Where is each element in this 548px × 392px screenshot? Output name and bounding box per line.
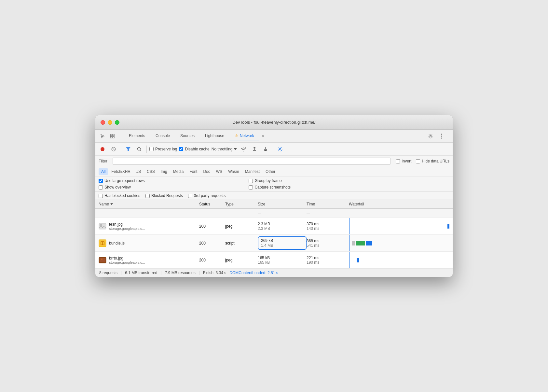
wifi-icon[interactable]	[239, 145, 248, 154]
type-script: script	[225, 241, 258, 245]
svg-rect-22	[100, 258, 105, 262]
disable-cache-checkbox[interactable]: Disable cache	[179, 147, 209, 151]
throttle-control[interactable]: No throttling	[212, 147, 237, 151]
type-other[interactable]: Other	[263, 168, 278, 175]
tab-elements[interactable]: Elements	[124, 131, 150, 141]
type-fetch-xhr[interactable]: Fetch/XHR	[109, 168, 133, 175]
minimize-button[interactable]	[108, 120, 112, 125]
type-wasm[interactable]: Wasm	[226, 168, 242, 175]
col-header-time[interactable]: Time	[307, 202, 349, 206]
col-header-status[interactable]: Status	[199, 202, 225, 206]
status-200-bundle: 200	[199, 241, 225, 245]
svg-line-13	[140, 150, 142, 151]
record-button[interactable]	[98, 145, 107, 154]
titlebar: DevTools - foul-heavenly-direction.glitc…	[95, 115, 453, 130]
type-all[interactable]: All	[99, 168, 108, 175]
tab-console[interactable]: Console	[150, 131, 175, 141]
toolbar2-divider-3	[273, 146, 273, 153]
download-icon[interactable]	[261, 145, 270, 154]
table-row[interactable]: — —	[95, 209, 453, 218]
svg-point-5	[441, 133, 442, 134]
tab-lighthouse[interactable]: Lighthouse	[200, 131, 229, 141]
tab-settings-group	[425, 132, 447, 141]
waterfall-fesh	[349, 218, 449, 234]
file-info-bundle: bundle.js	[99, 238, 199, 248]
hide-data-urls-checkbox[interactable]: Hide data URLs	[416, 159, 449, 163]
status-200-brrto: 200	[199, 258, 225, 262]
upload-icon[interactable]	[250, 145, 259, 154]
options-col-right: Group by frame Capture screenshots	[249, 178, 291, 189]
type-font[interactable]: Font	[187, 168, 200, 175]
filter-input[interactable]	[113, 158, 391, 165]
maximize-button[interactable]	[115, 120, 119, 125]
size-bundle-highlighted: 269 kB 1.4 MB	[258, 236, 307, 250]
tab-sources[interactable]: Sources	[175, 131, 200, 141]
capture-screenshots-checkbox[interactable]: Capture screenshots	[249, 185, 291, 189]
waterfall-blue-line	[349, 218, 349, 234]
resources-size: 7.9 MB resources	[165, 271, 196, 275]
tab-network[interactable]: ⚠ Network	[229, 131, 259, 141]
type-media[interactable]: Media	[171, 168, 186, 175]
svg-rect-1	[113, 134, 114, 136]
options-col-left: Use large request rows Show overview	[99, 178, 144, 189]
tab-more-button[interactable]: »	[259, 131, 267, 141]
svg-rect-2	[110, 136, 112, 138]
svg-point-7	[441, 137, 442, 138]
large-rows-checkbox[interactable]: Use large request rows	[99, 178, 144, 183]
table-header: Name Status Type Size Time Waterfall	[95, 200, 453, 209]
tab-bar: Elements Console Sources Lighthouse ⚠ Ne…	[121, 131, 450, 141]
svg-point-6	[441, 135, 442, 136]
time-fesh: 370 ms 140 ms	[307, 222, 349, 231]
devtools-window: DevTools - foul-heavenly-direction.glitc…	[95, 115, 453, 277]
filter-icon[interactable]	[124, 145, 133, 154]
size-highlight-box: 269 kB 1.4 MB	[258, 236, 307, 250]
cursor-icon[interactable]	[98, 132, 107, 141]
traffic-lights	[101, 120, 119, 125]
more-options-icon[interactable]	[437, 132, 446, 141]
svg-marker-11	[126, 147, 130, 151]
type-doc[interactable]: Doc	[200, 168, 212, 175]
settings-icon[interactable]	[426, 132, 435, 141]
invert-checkbox[interactable]: Invert	[396, 159, 411, 163]
search-icon[interactable]	[135, 145, 144, 154]
time-bundle: 868 ms 541 ms	[307, 239, 349, 248]
options-bar: Use large request rows Show overview Gro…	[95, 176, 453, 192]
has-blocked-cookies-checkbox[interactable]: Has blocked cookies	[99, 193, 140, 198]
table-row-bundle[interactable]: bundle.js 200 script 269 kB 1.4 MB 868 m…	[95, 235, 453, 252]
col-header-waterfall[interactable]: Waterfall	[349, 202, 449, 206]
third-party-checkbox[interactable]: 3rd-party requests	[188, 193, 226, 198]
type-ws[interactable]: WS	[213, 168, 225, 175]
table-row[interactable]: fesh.jpg storage.googleapis.c... 200 jpe…	[95, 218, 453, 235]
network-toolbar: Preserve log Disable cache No throttling	[95, 143, 453, 156]
type-css[interactable]: CSS	[144, 168, 158, 175]
finish-time: Finish: 3.34 s	[203, 271, 226, 275]
inspect-icon[interactable]	[108, 132, 117, 141]
col-header-size[interactable]: Size	[258, 202, 307, 206]
network-settings-icon[interactable]	[276, 145, 285, 154]
primary-toolbar: Elements Console Sources Lighthouse ⚠ Ne…	[95, 130, 453, 143]
table-body: fesh.jpg storage.googleapis.c... 200 jpe…	[95, 218, 453, 269]
image-icon	[99, 222, 106, 230]
type-img[interactable]: Img	[158, 168, 170, 175]
type-jpeg: jpeg	[225, 224, 258, 229]
table-row-brrto[interactable]: brrto.jpg storage.googleapis.c... 200 jp…	[95, 252, 453, 269]
blocked-requests-checkbox[interactable]: Blocked Requests	[145, 193, 183, 198]
preserve-log-checkbox[interactable]: Preserve log	[149, 147, 177, 151]
status-200: 200	[199, 224, 225, 229]
type-js[interactable]: JS	[134, 168, 144, 175]
clear-button[interactable]	[109, 145, 118, 154]
filter-label: Filter	[99, 159, 107, 163]
col-header-name[interactable]: Name	[99, 202, 199, 206]
toolbar-divider-1	[119, 133, 119, 139]
waterfall-blue-line-3	[349, 252, 349, 268]
type-jpeg-brrto: jpeg	[225, 258, 258, 262]
toolbar2-divider-2	[146, 146, 147, 153]
show-overview-checkbox[interactable]: Show overview	[99, 185, 144, 189]
svg-rect-3	[113, 136, 114, 138]
close-button[interactable]	[101, 120, 105, 125]
col-header-type[interactable]: Type	[225, 202, 258, 206]
waterfall-brrto	[349, 252, 449, 268]
type-manifest[interactable]: Manifest	[242, 168, 262, 175]
waterfall-bundle	[349, 235, 449, 251]
group-by-frame-checkbox[interactable]: Group by frame	[249, 178, 291, 183]
